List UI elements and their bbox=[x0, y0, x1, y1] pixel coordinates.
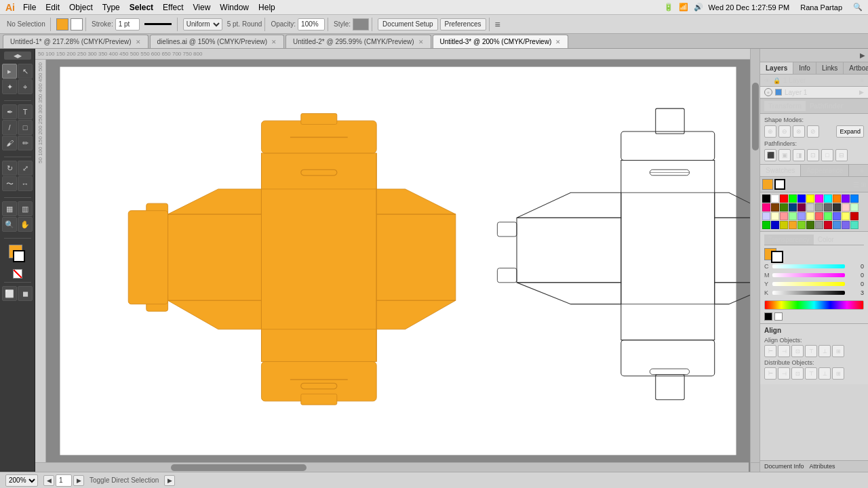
layer-1-visibility[interactable]: ● bbox=[764, 88, 772, 96]
swatch-item[interactable] bbox=[797, 195, 806, 203]
outline-btn[interactable]: □ bbox=[821, 149, 833, 161]
swatch-item[interactable] bbox=[850, 203, 859, 211]
swatch-item[interactable] bbox=[780, 212, 788, 220]
zoom-tool[interactable]: 🔍 bbox=[2, 217, 17, 232]
swatch-item[interactable] bbox=[771, 212, 779, 220]
swatch-item[interactable] bbox=[833, 203, 841, 211]
swatch-item[interactable] bbox=[771, 203, 779, 211]
draw-mode-btn[interactable]: ◼ bbox=[18, 286, 33, 301]
swatch-item[interactable] bbox=[762, 203, 770, 211]
collapse-right-icon[interactable]: ▶ bbox=[860, 52, 865, 59]
swatch-item[interactable] bbox=[824, 221, 832, 229]
v-scrollbar[interactable] bbox=[750, 49, 760, 462]
canvas-area[interactable]: 50 100 150 200 250 300 350 400 450 500 5… bbox=[35, 49, 760, 472]
swatch-item[interactable] bbox=[797, 203, 806, 211]
dist-left-btn[interactable]: ⊢ bbox=[764, 367, 776, 380]
menu-type[interactable]: Type bbox=[102, 3, 120, 12]
tab-2-close[interactable]: ✕ bbox=[271, 39, 277, 45]
menu-window[interactable]: Window bbox=[220, 3, 249, 12]
menu-help[interactable]: Help bbox=[258, 3, 275, 12]
swatch-item[interactable] bbox=[833, 212, 841, 220]
merge-btn[interactable]: ◨ bbox=[793, 149, 805, 161]
type-tool[interactable]: T bbox=[18, 104, 33, 119]
align-center-v-btn[interactable]: ⊥ bbox=[818, 345, 831, 357]
swatch-item[interactable] bbox=[842, 195, 850, 203]
tab-artboards[interactable]: Artboards bbox=[844, 62, 868, 74]
tab-1-close[interactable]: ✕ bbox=[136, 39, 141, 45]
align-bottom-btn[interactable]: ⊞ bbox=[832, 345, 844, 357]
selection-tool[interactable]: ▸ bbox=[2, 64, 17, 79]
swatch-item[interactable] bbox=[842, 221, 850, 229]
lasso-tool[interactable]: ⌖ bbox=[18, 79, 33, 94]
menu-view[interactable]: View bbox=[193, 3, 211, 12]
exclude-btn[interactable]: ⊘ bbox=[807, 125, 819, 138]
dist-center-h-btn[interactable]: ⊣ bbox=[778, 367, 790, 380]
black-swatch-small[interactable] bbox=[764, 312, 772, 321]
divide-btn[interactable]: ⬛ bbox=[764, 149, 776, 161]
swatch-item[interactable] bbox=[850, 195, 859, 203]
opacity-input[interactable] bbox=[298, 18, 325, 30]
page-input[interactable] bbox=[56, 474, 72, 487]
direct-selection-tool[interactable]: ↖ bbox=[18, 64, 33, 79]
paintbrush-tool[interactable]: 🖌 bbox=[2, 136, 17, 150]
swatch-item[interactable] bbox=[789, 212, 797, 220]
color-tab[interactable]: Color bbox=[814, 235, 838, 245]
dist-top-btn[interactable]: ⊤ bbox=[805, 367, 817, 380]
color-stroke-swatch[interactable] bbox=[771, 251, 783, 263]
rotate-tool[interactable]: ↻ bbox=[2, 161, 17, 176]
menu-edit[interactable]: Edit bbox=[45, 3, 60, 12]
swatch-item[interactable] bbox=[780, 203, 788, 211]
swatch-item[interactable] bbox=[789, 203, 797, 211]
swatch-item[interactable] bbox=[833, 195, 841, 203]
swatch-item[interactable] bbox=[797, 221, 806, 229]
swatch-item[interactable] bbox=[806, 212, 814, 220]
pen-tool[interactable]: ✒ bbox=[2, 104, 17, 119]
swatch-item[interactable] bbox=[850, 212, 859, 220]
line-tool[interactable]: / bbox=[2, 120, 17, 135]
swatch-item[interactable] bbox=[815, 212, 823, 220]
cyan-slider[interactable] bbox=[772, 264, 845, 268]
menu-file[interactable]: File bbox=[23, 3, 36, 12]
scale-tool[interactable]: ⤢ bbox=[18, 161, 33, 176]
status-arrow[interactable]: ▶ bbox=[164, 475, 175, 486]
swatch-item[interactable] bbox=[797, 212, 806, 220]
swatch-item[interactable] bbox=[771, 195, 779, 203]
tab-3[interactable]: Untitled-2* @ 295.99% (CMYK/Preview) ✕ bbox=[285, 35, 431, 48]
swatch-item[interactable] bbox=[762, 195, 770, 203]
style-preview[interactable] bbox=[353, 18, 369, 30]
crop-btn[interactable]: ⊡ bbox=[807, 149, 819, 161]
document-info-label[interactable]: Document Info bbox=[764, 463, 804, 470]
align-left-btn[interactable]: ⊢ bbox=[764, 345, 776, 357]
swatch-item[interactable] bbox=[815, 221, 823, 229]
appearance-tab[interactable]: Appearance bbox=[801, 165, 849, 176]
intersect-btn[interactable]: ⊗ bbox=[793, 125, 805, 138]
black-slider[interactable] bbox=[772, 291, 845, 295]
tab-3-close[interactable]: ✕ bbox=[418, 39, 424, 45]
menu-object[interactable]: Object bbox=[69, 3, 93, 12]
width-tool[interactable]: ↔ bbox=[18, 176, 33, 191]
preferences-button[interactable]: Preferences bbox=[440, 18, 486, 30]
tab-links[interactable]: Links bbox=[816, 62, 844, 74]
swatch-item[interactable] bbox=[762, 212, 770, 220]
yellow-slider[interactable] bbox=[772, 282, 845, 286]
layer-1-item[interactable]: ● Layer 1 ▶ bbox=[760, 87, 868, 98]
doc-setup-button[interactable]: Document Setup bbox=[378, 18, 438, 30]
swatch-item[interactable] bbox=[806, 203, 814, 211]
swatch-preview-stroke[interactable] bbox=[774, 179, 785, 190]
fill-swatch[interactable] bbox=[56, 18, 68, 30]
tab-4-close[interactable]: ✕ bbox=[555, 39, 561, 45]
pathfinder-tab[interactable]: Pathfinder bbox=[806, 101, 847, 111]
swatch-item[interactable] bbox=[789, 195, 797, 203]
swatch-item[interactable] bbox=[771, 221, 779, 229]
warp-tool[interactable]: 〜 bbox=[2, 176, 17, 191]
hand-tool[interactable]: ✋ bbox=[18, 217, 33, 232]
menu-select[interactable]: Select bbox=[130, 3, 153, 12]
minus-back-btn[interactable]: ⊟ bbox=[835, 149, 848, 161]
swatch-item[interactable] bbox=[789, 221, 797, 229]
artwork-canvas[interactable] bbox=[46, 60, 750, 462]
layers-options-icon[interactable]: ≡ bbox=[860, 77, 864, 84]
zoom-select[interactable]: 200% 100% 150% 300% bbox=[5, 474, 38, 487]
swatch-item[interactable] bbox=[780, 221, 788, 229]
dist-bottom-btn[interactable]: ⊞ bbox=[832, 367, 844, 380]
column-graph-tool[interactable]: ▦ bbox=[2, 201, 17, 216]
